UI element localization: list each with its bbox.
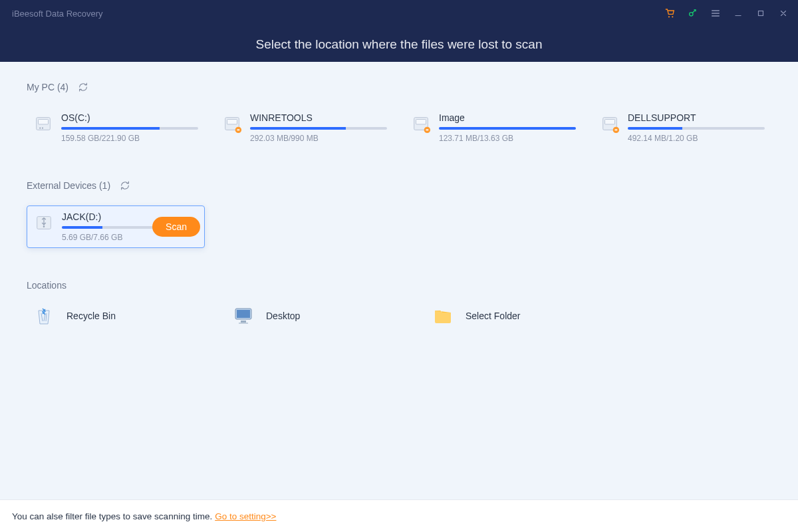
drive-card[interactable]: JACK(D:) 5.69 GB/7.66 GB Scan	[27, 205, 205, 248]
drive-size: 292.03 MB/990 MB	[250, 134, 387, 143]
content-area: My PC (4) OS(C:) 159.58 GB/221.90 GB WIN…	[0, 62, 798, 499]
hdd-icon	[33, 114, 53, 134]
svg-rect-19	[615, 129, 618, 130]
footer: You can alse filter file types to save s…	[0, 499, 798, 532]
drive-info: DELLSUPPORT 492.14 MB/1.20 GB	[628, 112, 765, 143]
svg-rect-6	[39, 128, 41, 129]
section-mypc-label: My PC (4)	[27, 82, 68, 92]
section-title-locations: Locations	[27, 280, 771, 291]
drive-name: Image	[439, 112, 576, 123]
app-title: iBeesoft Data Recovery	[12, 9, 665, 19]
drive-size: 123.71 MB/13.63 GB	[439, 134, 576, 143]
svg-point-21	[43, 225, 45, 227]
svg-rect-24	[241, 321, 246, 323]
drive-info: Image 123.71 MB/13.63 GB	[439, 112, 576, 143]
refresh-icon[interactable]	[78, 82, 88, 92]
svg-rect-25	[239, 323, 248, 324]
drive-name: DELLSUPPORT	[628, 112, 765, 123]
svg-rect-23	[237, 310, 250, 318]
location-item-select-folder[interactable]: Select Folder	[432, 305, 579, 327]
hdd-icon	[600, 114, 620, 134]
drive-card[interactable]: WINRETOOLS 292.03 MB/990 MB	[215, 107, 394, 148]
drive-card[interactable]: Image 123.71 MB/13.63 GB	[404, 107, 583, 148]
svg-rect-13	[416, 119, 426, 124]
titlebar-icons	[665, 8, 789, 19]
key-icon[interactable]	[688, 8, 698, 19]
minimize-icon[interactable]	[733, 8, 743, 19]
location-label: Select Folder	[466, 311, 520, 321]
location-item-recycle-bin[interactable]: Recycle Bin	[33, 305, 180, 327]
external-drive-grid: JACK(D:) 5.69 GB/7.66 GB Scan	[27, 205, 771, 248]
location-item-desktop[interactable]: Desktop	[233, 305, 379, 327]
drive-size: 492.14 MB/1.20 GB	[628, 134, 765, 143]
refresh-icon[interactable]	[120, 180, 130, 191]
section-title-mypc: My PC (4)	[27, 82, 771, 92]
titlebar: iBeesoft Data Recovery	[0, 0, 798, 27]
desktop-icon	[233, 305, 254, 327]
usage-bar	[250, 127, 387, 130]
svg-rect-7	[42, 128, 43, 129]
drive-name: WINRETOOLS	[250, 112, 387, 123]
maximize-icon[interactable]	[755, 8, 766, 19]
scan-button[interactable]: Scan	[152, 217, 200, 237]
drive-name: OS(C:)	[61, 112, 198, 123]
headerbar: Select the location where the files were…	[0, 27, 798, 62]
folder-icon	[432, 305, 454, 327]
recycle-bin-icon	[33, 305, 55, 327]
go-to-setting-link[interactable]: Go to setting>>	[215, 511, 276, 521]
location-label: Desktop	[266, 311, 300, 321]
menu-icon[interactable]	[710, 8, 721, 19]
mypc-drive-grid: OS(C:) 159.58 GB/221.90 GB WINRETOOLS 29…	[27, 107, 771, 148]
usb-drive-icon	[34, 213, 54, 233]
cart-icon[interactable]	[665, 8, 676, 19]
usage-bar	[61, 127, 198, 130]
section-locations-label: Locations	[27, 280, 66, 291]
drive-info: OS(C:) 159.58 GB/221.90 GB	[61, 112, 198, 143]
drive-card[interactable]: OS(C:) 159.58 GB/221.90 GB	[27, 107, 205, 148]
svg-rect-15	[426, 129, 429, 130]
section-external-label: External Devices (1)	[27, 180, 110, 191]
hdd-icon	[411, 114, 431, 134]
svg-rect-5	[39, 119, 49, 124]
svg-rect-17	[605, 119, 615, 124]
drive-size: 159.58 GB/221.90 GB	[61, 134, 198, 143]
drive-info: WINRETOOLS 292.03 MB/990 MB	[250, 112, 387, 143]
svg-point-1	[672, 16, 673, 17]
drive-card[interactable]: DELLSUPPORT 492.14 MB/1.20 GB	[593, 107, 771, 148]
hdd-icon	[222, 114, 242, 134]
location-label: Recycle Bin	[66, 311, 116, 321]
svg-rect-11	[237, 129, 240, 130]
usage-bar	[628, 127, 765, 130]
close-icon[interactable]	[778, 8, 789, 19]
footer-text: You can alse filter file types to save s…	[12, 511, 212, 521]
svg-rect-9	[227, 119, 237, 124]
usage-bar	[439, 127, 576, 130]
locations-row: Recycle Bin Desktop Select Folder	[27, 305, 771, 327]
svg-rect-3	[759, 11, 763, 16]
svg-point-0	[668, 16, 670, 17]
section-title-external: External Devices (1)	[27, 180, 771, 191]
page-title: Select the location where the files were…	[256, 37, 543, 52]
